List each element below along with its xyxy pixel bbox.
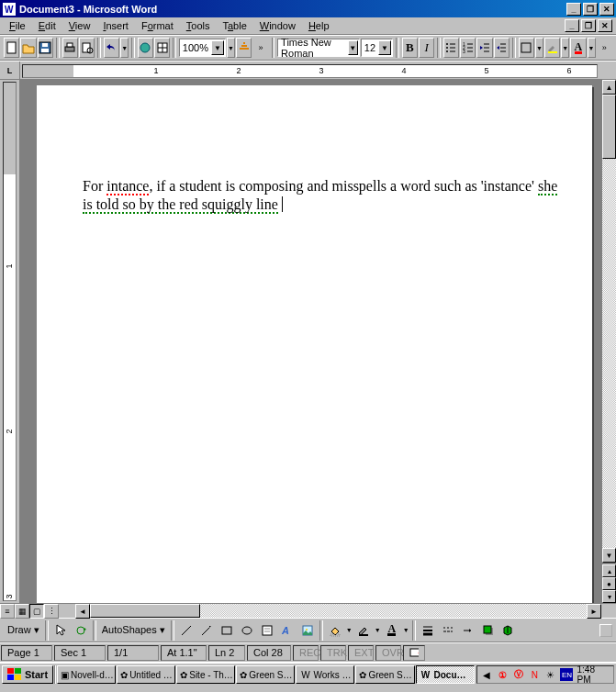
rotate-button[interactable] [71,620,91,641]
shadow-button[interactable] [478,620,498,641]
print-layout-view-button[interactable]: ▢ [29,604,44,619]
vertical-scrollbar[interactable]: ▲ ▼ ▴ ● ▾ [601,80,616,603]
system-tray[interactable]: ◀ ① Ⓥ N ☀ EN 1:48 PM [476,665,614,684]
outline-view-button[interactable]: ⋮ [44,604,59,619]
hscroll-thumb[interactable] [90,604,200,618]
normal-view-button[interactable]: ≡ [0,604,15,619]
vscroll-thumb[interactable] [602,95,616,159]
tables-borders-button[interactable] [154,38,170,58]
misspelled-word[interactable]: intance [106,178,149,195]
document-area[interactable]: For intance, if a student is composing a… [20,80,601,603]
tray-icon[interactable]: ◀ [481,668,493,681]
bold-button[interactable]: B [402,38,418,58]
tray-icon[interactable]: Ⓥ [512,668,524,681]
menu-table[interactable]: Table [217,18,252,33]
menu-window[interactable]: Window [254,18,301,33]
print-button[interactable] [62,38,78,58]
menu-tools[interactable]: Tools [181,18,216,33]
document-text[interactable]: For intance, if a student is composing a… [83,177,565,214]
browse-object-button[interactable]: ● [602,577,616,590]
horizontal-scrollbar[interactable]: ◄ ► [75,604,601,618]
borders-dropdown[interactable]: ▼ [535,38,543,58]
wordart-button[interactable]: A [277,620,297,641]
increase-indent-button[interactable] [494,38,510,58]
fill-color-button[interactable] [325,620,345,641]
arrow-style-button[interactable] [458,620,478,641]
line-color-dropdown[interactable]: ▼ [374,620,382,641]
page[interactable]: For intance, if a student is composing a… [37,85,592,603]
ruler-strip[interactable]: 1 2 3 4 5 6 [22,64,598,78]
tray-icon[interactable]: ☀ [544,668,556,681]
font-color-dropdown[interactable]: ▼ [588,38,596,58]
tray-icon[interactable]: N [529,668,541,681]
undo-dropdown[interactable]: ▼ [120,38,129,58]
task-untitled[interactable]: ✿Untitled … [117,665,175,684]
fill-color-dropdown[interactable]: ▼ [345,620,353,641]
textbox-tool[interactable] [257,620,277,641]
arrow-tool[interactable] [196,620,217,641]
tray-icon[interactable]: ① [497,668,509,681]
select-objects-button[interactable] [50,620,71,641]
save-button[interactable] [38,38,53,58]
clipart-button[interactable] [297,620,318,641]
new-doc-button[interactable] [4,38,19,58]
status-rec[interactable]: REC [293,645,319,661]
menu-view[interactable]: View [63,18,96,33]
print-preview-button[interactable] [79,38,95,58]
autoshapes-menu[interactable]: AutoShapes ▾ [98,624,169,636]
vertical-ruler[interactable]: 1 2 3 [0,80,20,603]
status-spellcheck-icon[interactable] [403,645,425,661]
hscroll-track[interactable] [90,604,587,618]
mdi-minimize-button[interactable]: _ [565,19,579,32]
line-style-button[interactable] [418,620,438,641]
highlight-button[interactable] [544,38,560,58]
italic-button[interactable]: I [419,38,434,58]
menu-file[interactable]: File [4,18,31,33]
tray-clock[interactable]: 1:48 PM [577,664,610,685]
zoom-combo[interactable]: 100%▼ [179,39,226,57]
toolbar-options-chevron[interactable]: » [252,38,268,58]
font-color-draw-button[interactable]: A [382,620,402,641]
highlight-dropdown[interactable]: ▼ [561,38,569,58]
task-document3[interactable]: WDocu… [416,665,475,684]
start-button[interactable]: Start [2,665,53,684]
bullets-button[interactable] [443,38,459,58]
close-button[interactable]: ✕ [599,3,614,16]
line-tool[interactable] [176,620,196,641]
decrease-indent-button[interactable] [476,38,492,58]
undo-button[interactable] [104,38,119,58]
menu-insert[interactable]: Insert [97,18,134,33]
mdi-close-button[interactable]: ✕ [598,19,612,32]
line-color-button[interactable] [353,620,374,641]
scroll-down-button[interactable]: ▼ [602,548,616,563]
task-site[interactable]: ✿Site - Th… [176,665,235,684]
next-page-button[interactable]: ▾ [602,590,616,603]
vscroll-track[interactable] [602,95,616,548]
scroll-left-button[interactable]: ◄ [75,604,90,619]
restore-button[interactable]: ❐ [583,3,598,16]
3d-button[interactable] [498,620,519,641]
numbering-button[interactable]: 123 [460,38,476,58]
scroll-up-button[interactable]: ▲ [602,80,616,95]
hyperlink-button[interactable] [138,38,153,58]
tab-selector[interactable]: L [0,61,20,79]
rectangle-tool[interactable] [217,620,237,641]
format-toolbar-chevron[interactable]: » [597,38,612,58]
menu-edit[interactable]: Edit [33,18,62,33]
mdi-restore-button[interactable]: ❐ [581,19,596,32]
zoom-split[interactable]: ▼ [227,38,235,58]
minimize-button[interactable]: _ [566,3,581,16]
menu-format[interactable]: Format [136,18,179,33]
status-ovr[interactable]: OVR [375,645,401,661]
font-color-button[interactable]: A [570,38,586,58]
status-trk[interactable]: TRK [320,645,346,661]
task-green2[interactable]: ✿Green S… [355,665,414,684]
open-button[interactable] [20,38,36,58]
draw-menu[interactable]: Draw ▾ [4,624,43,636]
tray-lang-icon[interactable]: EN [560,668,573,681]
dash-style-button[interactable] [438,620,458,641]
web-layout-view-button[interactable]: ▦ [15,604,29,619]
oval-tool[interactable] [237,620,257,641]
task-works[interactable]: WWorks … [296,665,354,684]
task-novell[interactable]: ▣Novell-d… [57,665,116,684]
